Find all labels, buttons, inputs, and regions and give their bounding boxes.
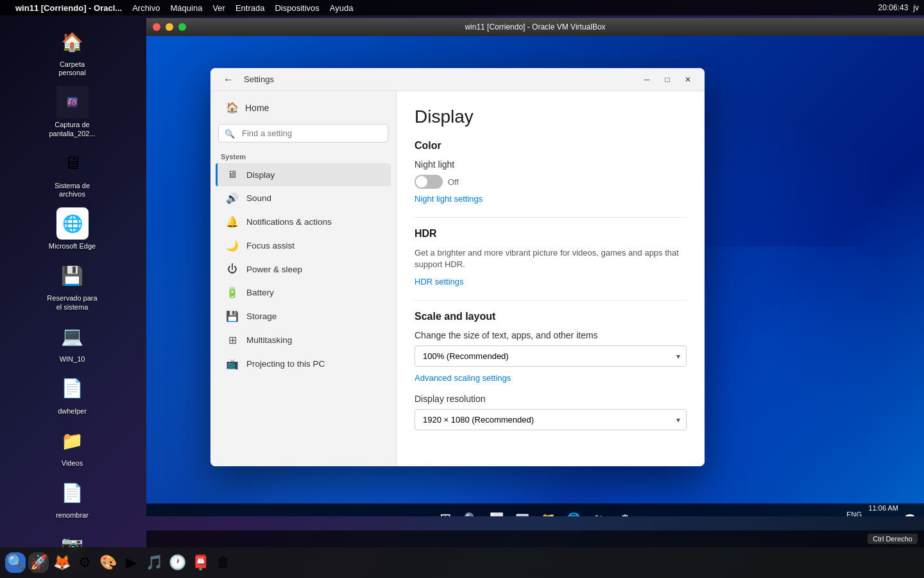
menu-archivo[interactable]: Archivo: [132, 3, 160, 13]
dock-clock-icon[interactable]: 🕐: [167, 552, 187, 573]
scale-section: Scale and layout Change the size of text…: [415, 311, 687, 430]
settings-window: ← Settings ─ □ ✕ 🏠: [210, 68, 705, 466]
settings-title: Settings: [244, 74, 274, 84]
nav-item-battery[interactable]: 🔋 Battery: [216, 281, 391, 304]
vbox-title-text: win11 [Corriendo] - Oracle VM VirtualBox: [465, 22, 605, 31]
advanced-scaling-link[interactable]: Advanced scaling settings: [415, 373, 511, 383]
scale-dropdown[interactable]: 100% (Recommended) 125% 150% 175%: [415, 346, 687, 367]
nav-storage-label: Storage: [246, 311, 277, 321]
settings-content: Display Color Night light Off Ni: [397, 91, 705, 466]
night-light-toggle[interactable]: [415, 175, 443, 189]
display-resolution-label: Display resolution: [415, 394, 687, 404]
battery-nav-icon: 🔋: [226, 286, 239, 299]
win-time: 11:06 AM: [869, 503, 898, 514]
app-name: win11 [Corriendo] - Oracl...: [15, 3, 122, 13]
nav-item-display[interactable]: 🖥 Display: [216, 163, 391, 186]
dock-firefox-icon[interactable]: 🦊: [51, 552, 72, 573]
nav-item-notifications[interactable]: 🔔 Notifications & actions: [216, 210, 391, 234]
win-edge-button[interactable]: 🌐: [562, 507, 585, 516]
menu-maquina[interactable]: Máquina: [171, 3, 203, 13]
minimize-button[interactable]: ─: [638, 71, 656, 89]
desktop-icon-win10[interactable]: 💻 WIN_10: [40, 317, 105, 367]
win-start-button[interactable]: ⊞: [434, 507, 457, 516]
desktop-icon-renombrar[interactable]: 📄 renombrar: [40, 473, 105, 523]
color-section-title: Color: [415, 140, 687, 152]
nav-item-focus[interactable]: 🌙 Focus assist: [216, 234, 391, 258]
dock-launchpad-icon[interactable]: 🚀: [28, 552, 49, 573]
scale-section-title: Scale and layout: [415, 311, 687, 322]
dock-mail-icon[interactable]: 📮: [190, 552, 210, 573]
desktop: win11 [Corriendo] - Oracl... Archivo Máq…: [0, 0, 924, 578]
desktop-icon-dwhelper[interactable]: 📄 dwhelper: [40, 369, 105, 419]
win-notification-button[interactable]: 💬: [903, 513, 916, 517]
projecting-nav-icon: 📺: [226, 358, 239, 370]
close-traffic-light[interactable]: [153, 23, 160, 31]
win-search-button[interactable]: 🔍: [459, 507, 483, 516]
close-button[interactable]: ✕: [679, 71, 697, 89]
dock-music-icon[interactable]: 🎵: [144, 552, 164, 573]
desktop-icon-captura[interactable]: 🌆 Captura de pantalla_202...: [40, 82, 105, 141]
notifications-nav-icon: 🔔: [226, 216, 239, 228]
nav-battery-label: Battery: [246, 288, 274, 297]
night-light-label: Night light: [415, 159, 687, 170]
win-lang-eng: ENG ES: [846, 510, 862, 516]
videos-label: Videos: [62, 459, 83, 468]
menu-user: jv: [913, 3, 919, 12]
win-settings-button[interactable]: ⚙: [613, 507, 637, 516]
maximize-traffic-light[interactable]: [178, 23, 186, 31]
dock-trash-icon[interactable]: 🗑: [213, 552, 234, 573]
nav-item-multitasking[interactable]: ⊞ Multitasking: [216, 328, 391, 352]
menu-ver[interactable]: Ver: [212, 3, 225, 13]
win11-desktop: ← Settings ─ □ ✕ 🏠: [146, 36, 924, 516]
dock-finder-icon[interactable]: 🔍: [5, 552, 26, 573]
settings-back-button[interactable]: ←: [218, 71, 239, 88]
menu-ayuda[interactable]: Ayuda: [330, 3, 354, 13]
resolution-dropdown-wrapper: 1920 × 1080 (Recommended) ▾: [415, 409, 687, 430]
win10-label: WIN_10: [60, 355, 85, 363]
menu-entrada[interactable]: Entrada: [235, 3, 265, 13]
nav-item-projecting[interactable]: 📺 Projecting to this PC: [216, 352, 391, 376]
videos-icon: 📁: [56, 425, 89, 457]
toggle-off-label: Off: [448, 177, 459, 187]
win-clock: 11:06 AM Thursday 6/17/2021: [867, 503, 898, 516]
dock-play-icon[interactable]: ▶: [121, 552, 141, 573]
menu-dispositivos[interactable]: Dispositivos: [275, 3, 319, 13]
desktop-icon-videos[interactable]: 📁 Videos: [40, 421, 105, 471]
change-size-label: Change the size of text, apps, and other…: [415, 330, 687, 340]
sound-nav-icon: 🔊: [226, 192, 239, 204]
divider-1: [415, 217, 687, 218]
nav-item-power[interactable]: ⏻ Power & sleep: [216, 258, 391, 281]
maximize-button[interactable]: □: [658, 71, 676, 89]
renombrar-label: renombrar: [56, 511, 89, 520]
carpeta-icon: 🏠: [56, 26, 89, 58]
multitasking-nav-icon: ⊞: [226, 334, 239, 346]
hdr-settings-link[interactable]: HDR settings: [415, 277, 464, 286]
desktop-icon-sistema[interactable]: 🖥 Sistema de archivos: [40, 143, 105, 202]
mac-menubar-left: win11 [Corriendo] - Oracl... Archivo Máq…: [5, 3, 353, 13]
win-widgets-button[interactable]: 📰: [511, 507, 534, 516]
win11-taskbar: ⊞ 🔍 ⬜ 📰 📁 🌐 🛍 ⚙ ENG ES 11:06 AM Thursd: [146, 504, 924, 516]
win-store-button[interactable]: 🛍: [588, 507, 611, 516]
nav-sound-label: Sound: [246, 193, 271, 203]
nav-item-sound[interactable]: 🔊 Sound: [216, 186, 391, 210]
nav-item-storage[interactable]: 💾 Storage: [216, 304, 391, 328]
display-nav-icon: 🖥: [226, 169, 239, 180]
win-explorer-button[interactable]: 📁: [536, 507, 560, 516]
win-taskview-button[interactable]: ⬜: [485, 507, 508, 516]
win-language-indicator: ENG ES: [846, 510, 862, 516]
mac-menubar-right: 20:06:43 jv: [878, 3, 919, 12]
night-light-settings-link[interactable]: Night light settings: [415, 194, 483, 204]
settings-search-input[interactable]: [218, 124, 388, 143]
minimize-traffic-light[interactable]: [166, 23, 173, 31]
dock-system-prefs-icon[interactable]: ⚙: [74, 552, 95, 573]
divider-2: [415, 300, 687, 301]
resolution-dropdown[interactable]: 1920 × 1080 (Recommended): [415, 409, 687, 430]
desktop-icon-edge[interactable]: 🌐 Microsoft Edge: [40, 204, 105, 254]
desktop-icon-reservado[interactable]: 💾 Reservado para el sistema: [40, 256, 105, 315]
settings-body: 🏠 Home 🔍 System 🖥 Displ: [210, 91, 705, 466]
focus-nav-icon: 🌙: [226, 240, 239, 252]
nav-home[interactable]: 🏠 Home: [216, 96, 391, 119]
desktop-icon-carpeta[interactable]: 🏠 Carpeta personal: [40, 22, 105, 81]
dock-art-icon[interactable]: 🎨: [98, 552, 118, 573]
settings-nav: 🏠 Home 🔍 System 🖥 Displ: [210, 91, 397, 466]
